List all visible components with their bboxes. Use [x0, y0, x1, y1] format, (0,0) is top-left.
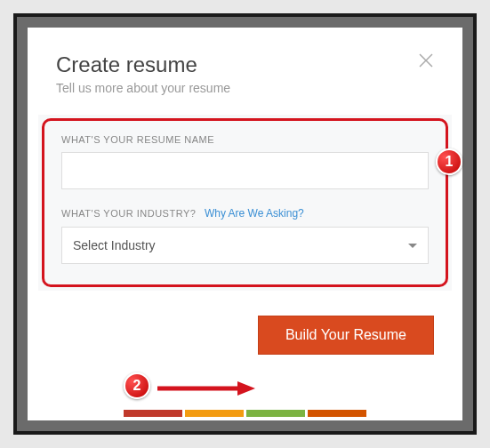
annotation-arrow-icon	[157, 380, 255, 397]
modal-title: Create resume	[56, 52, 434, 77]
industry-select[interactable]: Select Industry	[61, 227, 429, 264]
form-section: WHAT'S YOUR RESUME NAME WHAT'S YOUR INDU…	[38, 115, 452, 291]
annotation-badge-2: 2	[124, 372, 150, 399]
build-resume-button[interactable]: Build Your Resume	[258, 316, 434, 355]
modal-footer: Build Your Resume	[28, 291, 462, 380]
annotation-badge-1: 1	[436, 148, 462, 175]
app-frame: Create resume Tell us more about your re…	[13, 13, 477, 435]
industry-select-placeholder: Select Industry	[73, 238, 156, 252]
resume-name-input[interactable]	[61, 152, 429, 189]
svg-marker-3	[237, 381, 255, 396]
modal-header: Create resume Tell us more about your re…	[28, 28, 462, 115]
resume-name-label: WHAT'S YOUR RESUME NAME	[61, 134, 429, 145]
close-icon[interactable]	[418, 52, 434, 68]
decorative-color-strip	[124, 410, 366, 417]
modal-subtitle: Tell us more about your resume	[56, 81, 434, 95]
create-resume-modal: Create resume Tell us more about your re…	[28, 28, 462, 420]
why-asking-link[interactable]: Why Are We Asking?	[205, 207, 304, 220]
industry-label-text: WHAT'S YOUR INDUSTRY?	[61, 208, 196, 219]
chevron-down-icon	[408, 244, 417, 248]
industry-label: WHAT'S YOUR INDUSTRY? Why Are We Asking?	[61, 207, 429, 220]
